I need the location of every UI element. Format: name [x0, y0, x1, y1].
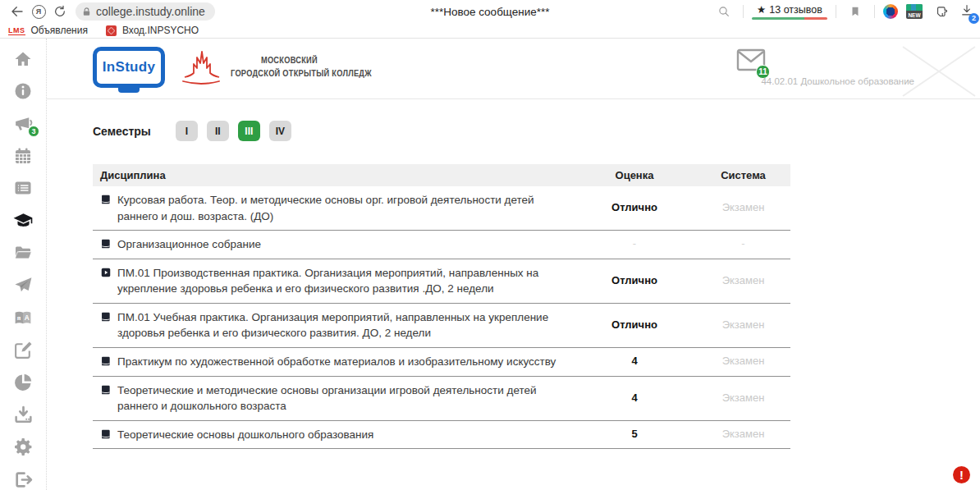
announcements-badge: 3: [28, 126, 39, 137]
table-row: Практикум по художественной обработке ма…: [93, 348, 790, 377]
discipline-name[interactable]: Теоретические и методические основы орга…: [117, 382, 573, 414]
college-logo: МОСКОВСКИЙ ГОРОДСКОЙ ОТКРЫТЫЙ КОЛЛЕДЖ: [180, 48, 391, 87]
semester-tab-2[interactable]: II: [207, 121, 229, 141]
reload-icon: [53, 5, 66, 18]
toolbar-divider: [743, 5, 744, 18]
sidebar-item-home[interactable]: [11, 48, 34, 70]
bookmark-inpsycho[interactable]: Вход.INPSYCHO: [106, 25, 199, 36]
bookmark-page-button[interactable]: [845, 2, 866, 21]
toolbar-divider: [874, 5, 875, 18]
extension-glove-icon[interactable]: [931, 2, 952, 21]
alert-button[interactable]: !: [953, 466, 970, 483]
translate-icon: Aя: [12, 308, 34, 328]
college-name-line2: ГОРОДСКОЙ ОТКРЫТЫЙ КОЛЛЕДЖ: [231, 67, 372, 80]
search-icon: [717, 5, 730, 18]
list-icon: [13, 178, 33, 198]
table-row: Теоретические основы дошкольного образов…: [93, 421, 790, 450]
grade-value: 4: [573, 391, 696, 406]
book-icon: [100, 428, 112, 440]
toolbar-divider: [836, 5, 836, 18]
inpsycho-icon: [106, 25, 117, 36]
calendar-icon: [13, 146, 33, 166]
system-value: Экзамен: [696, 200, 790, 216]
grade-value: Отлично: [573, 273, 696, 289]
pie-chart-icon: [12, 372, 34, 393]
sidebar-item-messages[interactable]: [11, 275, 34, 296]
mail-button[interactable]: 11: [736, 48, 766, 75]
semester-tab-4[interactable]: IV: [269, 121, 291, 141]
main-content: InStudy МОСКОВСКИЙ ГОРОДСКОЙ ОТКРЫТЫЙ КО…: [47, 39, 980, 490]
sidebar-item-schedule[interactable]: [11, 178, 34, 199]
book-icon: [100, 384, 112, 396]
grade-value: Отлично: [573, 318, 696, 333]
system-value: -: [696, 236, 790, 252]
address-bar[interactable]: college.instudy.online: [76, 2, 215, 21]
column-grade: Оценка: [573, 169, 696, 181]
extension-ring-icon[interactable]: [883, 4, 898, 19]
system-value: Экзамен: [696, 318, 790, 333]
sidebar-item-edit[interactable]: [11, 340, 34, 361]
reload-button[interactable]: [49, 2, 71, 21]
sidebar-item-settings[interactable]: [11, 437, 34, 458]
table-row: Организационное собрание - -: [93, 231, 790, 259]
glove-icon: [935, 5, 949, 19]
downloads-count-badge: 2: [969, 13, 979, 24]
folder-icon: [13, 243, 34, 263]
discipline-name[interactable]: ПМ.01 Производственная практика. Организ…: [117, 265, 573, 297]
table-row: ПМ.01 Учебная практика. Организация меро…: [93, 304, 790, 348]
semester-tab-3[interactable]: III: [238, 121, 260, 141]
sidebar-item-logout[interactable]: [11, 469, 34, 490]
discipline-name[interactable]: Теоретические основы дошкольного образов…: [117, 427, 373, 443]
downloads-button[interactable]: 2: [960, 3, 973, 21]
instudy-logo[interactable]: InStudy: [93, 47, 165, 88]
table-header: Дисциплина Оценка Система: [93, 164, 790, 186]
page-header: InStudy МОСКОВСКИЙ ГОРОДСКОЙ ОТКРЫТЫЙ КО…: [47, 45, 980, 99]
bookmark-flag-icon: [849, 5, 861, 18]
reviews-count: 13 отзывов: [769, 4, 822, 16]
table-row: ПМ.01 Производственная практика. Организ…: [93, 259, 790, 304]
sidebar-item-info[interactable]: [11, 80, 34, 102]
info-icon: [13, 81, 33, 101]
discipline-name[interactable]: ПМ.01 Учебная практика. Организация меро…: [117, 309, 573, 341]
sidebar-item-calendar[interactable]: [11, 145, 34, 167]
college-name-line1: МОСКОВСКИЙ: [231, 54, 372, 67]
download-tray-icon: [13, 405, 34, 425]
lock-icon: [82, 7, 91, 17]
site-reviews-button[interactable]: ★ 13 отзывов: [752, 3, 827, 20]
logout-icon: [13, 469, 34, 490]
college-crest-icon: [180, 48, 222, 87]
discipline-name[interactable]: Практикум по художественной обработке ма…: [117, 354, 556, 370]
sidebar-item-downloads[interactable]: [11, 404, 34, 425]
back-button[interactable]: [7, 2, 28, 21]
exclamation-icon: !: [959, 468, 964, 482]
bookmarks-bar: LMS Объявления Вход.INPSYCHO: [0, 23, 980, 39]
svg-text:я: я: [17, 314, 21, 322]
discipline-name[interactable]: Организационное собрание: [117, 236, 261, 253]
column-discipline: Дисциплина: [93, 169, 573, 181]
sidebar-item-translate[interactable]: Aя: [11, 307, 34, 328]
browser-home-button[interactable]: Я: [28, 2, 49, 21]
bookmark-announcements[interactable]: LMS Объявления: [8, 25, 88, 36]
back-arrow-icon: [10, 4, 25, 19]
play-square-icon: [100, 267, 112, 278]
book-icon: [100, 311, 112, 323]
semester-selector: Семестры I II III IV: [93, 121, 980, 141]
system-value: Экзамен: [696, 427, 790, 442]
sidebar-item-statistics[interactable]: [11, 372, 34, 393]
photo-placeholder-icon: [901, 45, 977, 98]
discipline-name[interactable]: Курсовая работа. Теор. и методические ос…: [117, 192, 573, 224]
sidebar-item-announcements[interactable]: 3: [11, 113, 34, 135]
yandex-icon: Я: [32, 5, 46, 19]
paper-plane-icon: [12, 275, 34, 295]
edit-icon: [13, 340, 34, 360]
find-in-page-button[interactable]: [713, 2, 735, 21]
grade-value: Отлично: [573, 200, 696, 216]
semester-tab-1[interactable]: I: [176, 121, 198, 141]
program-label: 44.02.01 Дошкольное образование: [761, 76, 914, 86]
extension-new-icon[interactable]: NEW: [906, 4, 923, 19]
sidebar-item-grades[interactable]: [11, 210, 34, 231]
book-icon: [100, 238, 112, 250]
sidebar-item-files[interactable]: [11, 242, 34, 263]
sidebar-nav: 3 Aя: [0, 39, 47, 490]
grade-value: -: [573, 236, 696, 252]
